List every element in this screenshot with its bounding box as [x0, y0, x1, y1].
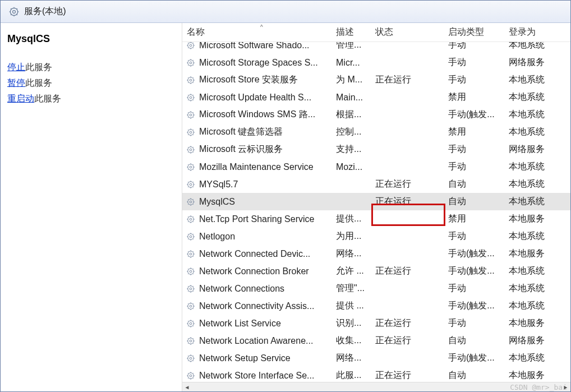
column-header-start-type[interactable]: 启动类型: [448, 26, 509, 38]
service-row[interactable]: Network Connection Broker允许 ...正在运行手动(触发…: [182, 262, 570, 280]
service-start-cell: 手动(触发...: [448, 265, 509, 277]
svg-point-101: [190, 201, 192, 203]
service-row[interactable]: Microsoft Windows SMS 路...根据...手动(触发...本…: [182, 106, 570, 123]
service-desc-cell: 提供 ...: [336, 300, 375, 312]
scroll-track[interactable]: [192, 382, 561, 392]
svg-line-19: [193, 43, 194, 43]
service-name-cell: Network Connection Broker: [199, 266, 336, 276]
svg-point-201: [190, 375, 192, 377]
service-action-link[interactable]: 重启动: [7, 94, 34, 103]
gear-icon: [185, 75, 197, 85]
service-status-cell: 正在运行: [375, 317, 448, 329]
service-desc-cell: Main...: [336, 93, 375, 103]
service-logon-cell: 本地系统: [509, 230, 554, 242]
svg-line-76: [188, 147, 188, 147]
svg-line-97: [193, 186, 194, 187]
service-row[interactable]: MYSql5.7正在运行自动本地系统: [182, 176, 570, 193]
service-row[interactable]: Network Store Interface Se...此服...正在运行自动…: [182, 367, 570, 382]
svg-line-138: [188, 256, 188, 256]
svg-line-46: [188, 95, 188, 95]
gear-icon: [185, 214, 197, 224]
sort-caret-icon: ^: [260, 24, 263, 30]
svg-line-126: [188, 234, 188, 234]
svg-line-59: [193, 112, 194, 113]
column-header-desc[interactable]: 描述: [336, 26, 375, 38]
svg-line-169: [193, 303, 194, 304]
service-action: 暂停此服务: [7, 75, 175, 91]
service-start-cell: 自动: [448, 196, 509, 207]
service-row[interactable]: Microsoft Update Health S...Main...禁用本地系…: [182, 89, 570, 106]
service-desc-cell: 提供...: [336, 213, 375, 225]
service-logon-cell: 本地系统: [509, 300, 554, 312]
service-name-cell: Microsoft Storage Spaces S...: [199, 58, 336, 68]
svg-line-66: [188, 130, 188, 130]
svg-point-1: [13, 10, 16, 13]
service-row[interactable]: Microsoft Storage Spaces S...Micr...手动网络…: [182, 54, 570, 71]
svg-line-69: [193, 130, 194, 130]
column-header-name[interactable]: 名称 ^: [185, 26, 336, 38]
service-desc-cell: 为 M...: [336, 74, 375, 86]
svg-line-16: [188, 43, 188, 43]
svg-line-117: [193, 221, 194, 222]
column-header-status[interactable]: 状态: [375, 26, 448, 38]
service-row[interactable]: Network Connected Devic...网络...手动(触发...本…: [182, 245, 570, 262]
service-name-cell: Microsoft 云标识服务: [199, 144, 336, 155]
service-name-cell: Network Connections: [199, 284, 336, 294]
service-row[interactable]: Mozilla Maintenance ServiceMozi...手动本地系统: [182, 158, 570, 176]
svg-line-77: [193, 151, 194, 152]
service-list[interactable]: Microsoft Software Shado...管理...手动本地系统Mi…: [182, 42, 570, 382]
service-row[interactable]: MysqlCS正在运行自动本地系统: [182, 193, 570, 210]
service-start-cell: 手动: [448, 283, 509, 294]
svg-point-41: [190, 96, 192, 99]
service-name-cell: Microsoft Update Health S...: [199, 93, 336, 103]
service-name-cell: Microsoft 键盘筛选器: [199, 126, 336, 138]
service-row[interactable]: Network Connections管理"...手动本地系统: [182, 280, 570, 297]
service-start-cell: 手动: [448, 161, 509, 173]
service-logon-cell: 本地服务: [509, 248, 554, 260]
service-action-suffix: 此服务: [25, 62, 52, 72]
svg-line-157: [193, 290, 194, 291]
svg-line-67: [193, 134, 194, 135]
service-logon-cell: 本地系统: [509, 178, 554, 190]
service-logon-cell: 网络服务: [509, 144, 554, 155]
service-row[interactable]: Network Location Awarene...收集...正在运行自动网络…: [182, 332, 570, 349]
svg-line-39: [193, 77, 194, 78]
service-start-cell: 禁用: [448, 91, 509, 103]
scroll-left-icon[interactable]: ◄: [182, 382, 192, 392]
service-row[interactable]: Microsoft Software Shado...管理...手动本地系统: [182, 42, 570, 54]
service-row[interactable]: Net.Tcp Port Sharing Service提供...禁用本地服务: [182, 210, 570, 228]
services-window: 服务(本地) MysqlCS 停止此服务暂停此服务重启动此服务 名称 ^ 描述 …: [0, 0, 571, 392]
service-desc-cell: Micr...: [336, 58, 375, 68]
svg-line-27: [193, 64, 194, 65]
service-action-link[interactable]: 停止: [7, 62, 25, 72]
svg-point-91: [190, 183, 192, 186]
scroll-right-icon[interactable]: ►: [561, 382, 570, 392]
svg-line-178: [188, 325, 188, 326]
service-row[interactable]: Network Connectivity Assis...提供 ...手动(触发…: [182, 297, 570, 315]
service-name-cell: Microsoft Software Shado...: [199, 42, 336, 50]
svg-line-158: [188, 290, 188, 291]
service-desc-cell: 管理"...: [336, 283, 375, 294]
svg-line-197: [193, 360, 194, 361]
service-row[interactable]: Microsoft Store 安装服务为 M...正在运行手动本地系统: [182, 71, 570, 89]
svg-line-38: [188, 82, 188, 82]
svg-line-146: [188, 269, 188, 269]
horizontal-scrollbar[interactable]: ◄ ►: [182, 382, 570, 391]
service-row[interactable]: Netlogon为用...手动本地系统: [182, 228, 570, 245]
svg-line-116: [188, 216, 188, 217]
service-action-link[interactable]: 暂停: [7, 78, 25, 87]
service-start-cell: 手动: [448, 57, 509, 68]
svg-line-98: [188, 186, 188, 187]
service-row[interactable]: Microsoft 云标识服务支持...手动网络服务: [182, 141, 570, 158]
svg-line-209: [193, 373, 194, 373]
list-header[interactable]: 名称 ^ 描述 状态 启动类型 登录为: [182, 23, 570, 42]
service-row[interactable]: Microsoft 键盘筛选器控制...禁用本地系统: [182, 123, 570, 141]
service-status-cell: 正在运行: [375, 196, 448, 207]
service-row[interactable]: Network Setup Service网络...手动(触发...本地系统: [182, 349, 570, 367]
column-header-logon-as[interactable]: 登录为: [509, 26, 554, 38]
svg-line-18: [188, 47, 188, 48]
service-logon-cell: 本地系统: [509, 161, 554, 173]
svg-line-166: [188, 303, 188, 304]
service-row[interactable]: Network List Service识别...正在运行手动本地服务: [182, 315, 570, 332]
selected-service-name: MysqlCS: [7, 33, 175, 45]
